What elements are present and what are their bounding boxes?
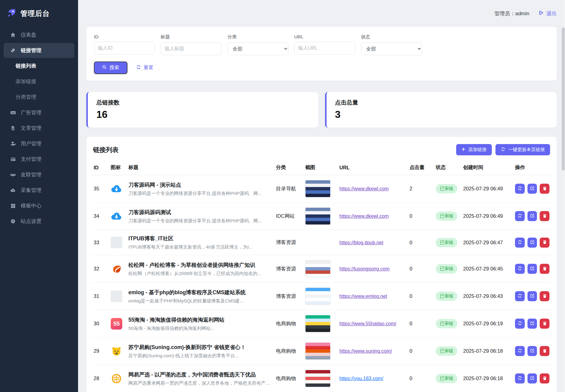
site-screenshot — [305, 207, 331, 225]
placeholder-icon — [111, 237, 122, 248]
created-time: 2025-07-29 06:49 — [461, 175, 513, 203]
trash-icon — [542, 376, 547, 381]
handshake-icon — [10, 171, 16, 178]
delete-link-button[interactable] — [540, 184, 549, 194]
status-badge: 已审核 — [436, 346, 457, 356]
filter-status: 状态 全部 — [361, 34, 422, 55]
delete-link-button[interactable] — [540, 319, 549, 329]
sidebar-item-links[interactable]: 链接管理 — [4, 43, 74, 58]
sidebar-subitem-link-list[interactable]: 链接列表 — [4, 58, 74, 73]
refresh-link-button[interactable] — [515, 184, 525, 194]
refresh-link-button[interactable] — [515, 211, 525, 221]
link-url[interactable]: https://www.dkewl.com — [339, 214, 389, 219]
thumbnail-cell — [303, 310, 337, 337]
rocket-icon — [7, 8, 16, 19]
file-icon — [10, 125, 16, 131]
edit-link-button[interactable] — [527, 211, 537, 221]
delete-link-button[interactable] — [540, 211, 549, 221]
filter-category: 分类 全部 — [227, 34, 288, 55]
table-row: 29 苏宁易购(Suning.com)-换新到苏宁 省钱更省心！ 苏宁易购(Su… — [91, 337, 552, 365]
link-url[interactable]: https://www.emlog.net — [339, 294, 387, 299]
topbar: 管理员：admin 退出 — [86, 0, 557, 27]
admin-label: 管理员：admin — [495, 10, 529, 17]
title-input[interactable] — [161, 42, 222, 55]
delete-link-button[interactable] — [540, 264, 549, 274]
sidebar: 管理后台 仪表盘 链接管理 链接列表添加链接分类管理 Ad 广告管理 文章管理 … — [0, 0, 78, 392]
add-link-label: 添加链接 — [468, 147, 487, 153]
sidebar-subitem-category-manage[interactable]: 分类管理 — [4, 90, 74, 104]
sidebar-item-users[interactable]: 用户管理 — [4, 136, 74, 151]
delete-link-button[interactable] — [540, 291, 549, 301]
link-url[interactable]: https://you.163.com/ — [339, 376, 383, 381]
sidebar-item-collect[interactable]: 采集管理 — [4, 183, 74, 198]
link-title: 刀客源码网 - 演示站点 — [128, 181, 271, 189]
row-actions — [515, 264, 549, 274]
column-header: 图标 — [108, 160, 126, 175]
edit-link-button[interactable] — [527, 238, 537, 248]
sidebar-item-articles[interactable]: 文章管理 — [4, 121, 74, 136]
refresh-link-button[interactable] — [515, 264, 525, 274]
edit-link-button[interactable] — [527, 319, 537, 329]
link-title: 苏宁易购(Suning.com)-换新到苏宁 省钱更省心！ — [128, 344, 271, 351]
id-input[interactable] — [94, 42, 155, 55]
refresh-link-button[interactable] — [515, 373, 525, 383]
refresh-link-button[interactable] — [515, 238, 525, 248]
link-url[interactable]: https://blog.itpub.net — [339, 240, 383, 245]
sidebar-item-ads[interactable]: Ad 广告管理 — [4, 105, 74, 120]
filter-label: URL — [294, 34, 355, 39]
add-link-button[interactable]: 添加链接 — [456, 144, 492, 155]
edit-link-button[interactable] — [527, 264, 537, 274]
table-row: 33 ITPUB博客_IT社区 ITPUB博客每天千篇余篇博文新资讯，40多万活… — [91, 230, 552, 255]
link-category: 电商购物 — [274, 310, 303, 337]
search-button[interactable]: 搜索 — [94, 62, 127, 74]
link-url[interactable]: https://www.dkewl.com — [339, 186, 389, 191]
link-url[interactable]: https://www.55haitao.com/ — [339, 321, 396, 326]
link-url[interactable]: https://www.suning.com/ — [339, 348, 392, 354]
sidebar-item-templates[interactable]: 模板中心 — [4, 198, 74, 213]
url-input[interactable] — [294, 42, 355, 55]
sidebar-item-friends[interactable]: 友联管理 — [4, 167, 74, 182]
refresh-link-button[interactable] — [515, 346, 525, 356]
status-badge: 已审核 — [436, 319, 457, 328]
refresh-icon — [517, 266, 522, 272]
edit-link-button[interactable] — [527, 346, 537, 356]
stat-card-total-clicks: 点击总量 3 — [325, 92, 557, 128]
sidebar-item-settings[interactable]: 站点设置 — [4, 214, 74, 229]
link-title: ITPUB博客_IT社区 — [128, 235, 271, 242]
ad-icon: Ad — [10, 109, 16, 116]
sidebar-item-dashboard[interactable]: 仪表盘 — [4, 27, 74, 42]
refresh-link-button[interactable] — [515, 319, 525, 329]
sidebar-subitem-add-link[interactable]: 添加链接 — [4, 74, 74, 89]
row-id: 31 — [91, 283, 108, 310]
created-time: 2025-07-29 06:18 — [461, 365, 513, 392]
click-count: 0 — [407, 310, 433, 337]
page-scrollbar-thumb[interactable] — [562, 27, 565, 171]
sidebar-item-payments[interactable]: 支付管理 — [4, 152, 74, 167]
status-badge: 已审核 — [436, 264, 457, 274]
row-id: 32 — [91, 255, 108, 283]
delete-link-button[interactable] — [540, 238, 549, 248]
status-badge: 已审核 — [436, 374, 457, 383]
update-page-links-button[interactable]: 一键更新本页链接 — [495, 144, 550, 155]
delete-link-button[interactable] — [540, 373, 549, 383]
globe-icon — [111, 373, 122, 384]
row-actions — [515, 291, 549, 301]
status-select[interactable]: 全部 — [361, 42, 422, 55]
edit-link-button[interactable] — [527, 291, 537, 301]
table-row: 35 刀客源码网 - 演示站点 刀客源码是一个专业的网络资源分享平台,提供各种P… — [91, 175, 552, 203]
sidebar-item-label: 模板中心 — [21, 202, 41, 209]
edit-link-button[interactable] — [527, 373, 537, 383]
category-select[interactable]: 全部 — [227, 42, 288, 55]
click-count: 0 — [407, 337, 433, 365]
edit-link-button[interactable] — [527, 184, 537, 194]
reset-button[interactable]: 重置 — [136, 65, 153, 71]
sidebar-nav: 仪表盘 链接管理 链接列表添加链接分类管理 Ad 广告管理 文章管理 用户管理 … — [0, 27, 78, 229]
link-url[interactable]: https://lusongsong.com — [339, 266, 390, 271]
refresh-icon — [517, 186, 522, 192]
trash-icon — [542, 348, 547, 354]
logout-button[interactable]: 退出 — [538, 10, 557, 17]
delete-link-button[interactable] — [540, 346, 549, 356]
trash-icon — [542, 266, 547, 272]
search-icon — [102, 65, 107, 71]
refresh-link-button[interactable] — [515, 291, 525, 301]
